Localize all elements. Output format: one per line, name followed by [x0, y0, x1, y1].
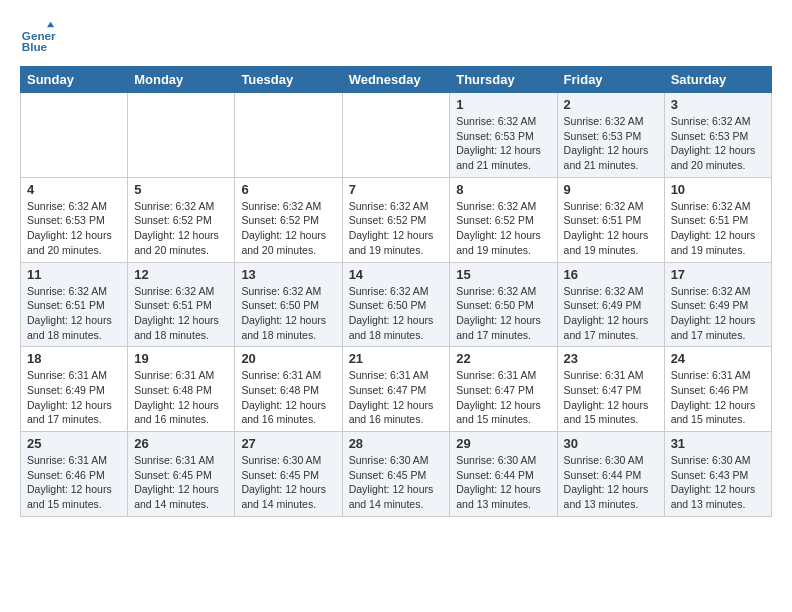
day-number: 1: [456, 97, 550, 112]
calendar-cell: 30Sunrise: 6:30 AM Sunset: 6:44 PM Dayli…: [557, 432, 664, 517]
calendar-cell: 17Sunrise: 6:32 AM Sunset: 6:49 PM Dayli…: [664, 262, 771, 347]
day-number: 9: [564, 182, 658, 197]
calendar-cell: 27Sunrise: 6:30 AM Sunset: 6:45 PM Dayli…: [235, 432, 342, 517]
calendar-week-2: 4Sunrise: 6:32 AM Sunset: 6:53 PM Daylig…: [21, 177, 772, 262]
day-detail: Sunrise: 6:31 AM Sunset: 6:47 PM Dayligh…: [456, 368, 550, 427]
day-number: 2: [564, 97, 658, 112]
logo: General Blue: [20, 20, 56, 56]
calendar-header-row: SundayMondayTuesdayWednesdayThursdayFrid…: [21, 67, 772, 93]
day-detail: Sunrise: 6:30 AM Sunset: 6:45 PM Dayligh…: [349, 453, 444, 512]
calendar-cell: 5Sunrise: 6:32 AM Sunset: 6:52 PM Daylig…: [128, 177, 235, 262]
calendar-cell: [342, 93, 450, 178]
calendar-cell: 26Sunrise: 6:31 AM Sunset: 6:45 PM Dayli…: [128, 432, 235, 517]
day-detail: Sunrise: 6:32 AM Sunset: 6:53 PM Dayligh…: [456, 114, 550, 173]
day-number: 20: [241, 351, 335, 366]
day-number: 6: [241, 182, 335, 197]
calendar-cell: 31Sunrise: 6:30 AM Sunset: 6:43 PM Dayli…: [664, 432, 771, 517]
calendar-cell: 10Sunrise: 6:32 AM Sunset: 6:51 PM Dayli…: [664, 177, 771, 262]
day-number: 15: [456, 267, 550, 282]
svg-text:Blue: Blue: [22, 40, 48, 53]
day-number: 25: [27, 436, 121, 451]
calendar-cell: 12Sunrise: 6:32 AM Sunset: 6:51 PM Dayli…: [128, 262, 235, 347]
day-detail: Sunrise: 6:32 AM Sunset: 6:53 PM Dayligh…: [671, 114, 765, 173]
day-number: 26: [134, 436, 228, 451]
day-detail: Sunrise: 6:32 AM Sunset: 6:51 PM Dayligh…: [27, 284, 121, 343]
calendar-week-4: 18Sunrise: 6:31 AM Sunset: 6:49 PM Dayli…: [21, 347, 772, 432]
calendar-cell: 18Sunrise: 6:31 AM Sunset: 6:49 PM Dayli…: [21, 347, 128, 432]
calendar-cell: 4Sunrise: 6:32 AM Sunset: 6:53 PM Daylig…: [21, 177, 128, 262]
day-number: 18: [27, 351, 121, 366]
calendar-cell: 1Sunrise: 6:32 AM Sunset: 6:53 PM Daylig…: [450, 93, 557, 178]
calendar-cell: 29Sunrise: 6:30 AM Sunset: 6:44 PM Dayli…: [450, 432, 557, 517]
day-detail: Sunrise: 6:32 AM Sunset: 6:51 PM Dayligh…: [134, 284, 228, 343]
day-of-week-monday: Monday: [128, 67, 235, 93]
day-detail: Sunrise: 6:32 AM Sunset: 6:49 PM Dayligh…: [671, 284, 765, 343]
day-number: 14: [349, 267, 444, 282]
day-detail: Sunrise: 6:31 AM Sunset: 6:49 PM Dayligh…: [27, 368, 121, 427]
calendar-cell: [128, 93, 235, 178]
day-detail: Sunrise: 6:31 AM Sunset: 6:45 PM Dayligh…: [134, 453, 228, 512]
day-of-week-friday: Friday: [557, 67, 664, 93]
day-detail: Sunrise: 6:32 AM Sunset: 6:52 PM Dayligh…: [456, 199, 550, 258]
calendar-cell: 11Sunrise: 6:32 AM Sunset: 6:51 PM Dayli…: [21, 262, 128, 347]
day-number: 8: [456, 182, 550, 197]
day-of-week-tuesday: Tuesday: [235, 67, 342, 93]
calendar-week-5: 25Sunrise: 6:31 AM Sunset: 6:46 PM Dayli…: [21, 432, 772, 517]
day-detail: Sunrise: 6:32 AM Sunset: 6:53 PM Dayligh…: [27, 199, 121, 258]
day-detail: Sunrise: 6:32 AM Sunset: 6:52 PM Dayligh…: [241, 199, 335, 258]
day-detail: Sunrise: 6:31 AM Sunset: 6:48 PM Dayligh…: [241, 368, 335, 427]
day-detail: Sunrise: 6:30 AM Sunset: 6:44 PM Dayligh…: [564, 453, 658, 512]
calendar-cell: 22Sunrise: 6:31 AM Sunset: 6:47 PM Dayli…: [450, 347, 557, 432]
calendar-week-1: 1Sunrise: 6:32 AM Sunset: 6:53 PM Daylig…: [21, 93, 772, 178]
calendar-cell: 9Sunrise: 6:32 AM Sunset: 6:51 PM Daylig…: [557, 177, 664, 262]
day-number: 11: [27, 267, 121, 282]
calendar-cell: 28Sunrise: 6:30 AM Sunset: 6:45 PM Dayli…: [342, 432, 450, 517]
calendar-cell: 3Sunrise: 6:32 AM Sunset: 6:53 PM Daylig…: [664, 93, 771, 178]
day-of-week-wednesday: Wednesday: [342, 67, 450, 93]
day-detail: Sunrise: 6:32 AM Sunset: 6:51 PM Dayligh…: [671, 199, 765, 258]
day-of-week-saturday: Saturday: [664, 67, 771, 93]
day-detail: Sunrise: 6:30 AM Sunset: 6:45 PM Dayligh…: [241, 453, 335, 512]
day-detail: Sunrise: 6:30 AM Sunset: 6:44 PM Dayligh…: [456, 453, 550, 512]
calendar-cell: 16Sunrise: 6:32 AM Sunset: 6:49 PM Dayli…: [557, 262, 664, 347]
day-number: 12: [134, 267, 228, 282]
calendar-cell: 20Sunrise: 6:31 AM Sunset: 6:48 PM Dayli…: [235, 347, 342, 432]
calendar-cell: 25Sunrise: 6:31 AM Sunset: 6:46 PM Dayli…: [21, 432, 128, 517]
calendar-cell: 13Sunrise: 6:32 AM Sunset: 6:50 PM Dayli…: [235, 262, 342, 347]
day-number: 28: [349, 436, 444, 451]
day-number: 23: [564, 351, 658, 366]
day-number: 5: [134, 182, 228, 197]
calendar-cell: 21Sunrise: 6:31 AM Sunset: 6:47 PM Dayli…: [342, 347, 450, 432]
day-number: 7: [349, 182, 444, 197]
day-number: 21: [349, 351, 444, 366]
day-detail: Sunrise: 6:32 AM Sunset: 6:51 PM Dayligh…: [564, 199, 658, 258]
calendar-table: SundayMondayTuesdayWednesdayThursdayFrid…: [20, 66, 772, 517]
day-number: 4: [27, 182, 121, 197]
day-number: 30: [564, 436, 658, 451]
calendar-cell: 15Sunrise: 6:32 AM Sunset: 6:50 PM Dayli…: [450, 262, 557, 347]
day-detail: Sunrise: 6:31 AM Sunset: 6:48 PM Dayligh…: [134, 368, 228, 427]
day-number: 31: [671, 436, 765, 451]
day-detail: Sunrise: 6:31 AM Sunset: 6:46 PM Dayligh…: [27, 453, 121, 512]
day-detail: Sunrise: 6:32 AM Sunset: 6:49 PM Dayligh…: [564, 284, 658, 343]
day-detail: Sunrise: 6:32 AM Sunset: 6:52 PM Dayligh…: [134, 199, 228, 258]
day-number: 24: [671, 351, 765, 366]
calendar-cell: 24Sunrise: 6:31 AM Sunset: 6:46 PM Dayli…: [664, 347, 771, 432]
day-detail: Sunrise: 6:32 AM Sunset: 6:50 PM Dayligh…: [241, 284, 335, 343]
calendar-cell: [235, 93, 342, 178]
day-detail: Sunrise: 6:31 AM Sunset: 6:47 PM Dayligh…: [564, 368, 658, 427]
day-number: 29: [456, 436, 550, 451]
day-detail: Sunrise: 6:32 AM Sunset: 6:50 PM Dayligh…: [456, 284, 550, 343]
day-number: 19: [134, 351, 228, 366]
day-of-week-sunday: Sunday: [21, 67, 128, 93]
day-detail: Sunrise: 6:32 AM Sunset: 6:52 PM Dayligh…: [349, 199, 444, 258]
day-number: 10: [671, 182, 765, 197]
page-header: General Blue: [20, 20, 772, 56]
calendar-cell: 23Sunrise: 6:31 AM Sunset: 6:47 PM Dayli…: [557, 347, 664, 432]
calendar-cell: 2Sunrise: 6:32 AM Sunset: 6:53 PM Daylig…: [557, 93, 664, 178]
day-number: 22: [456, 351, 550, 366]
day-detail: Sunrise: 6:32 AM Sunset: 6:50 PM Dayligh…: [349, 284, 444, 343]
calendar-cell: 19Sunrise: 6:31 AM Sunset: 6:48 PM Dayli…: [128, 347, 235, 432]
day-number: 3: [671, 97, 765, 112]
day-detail: Sunrise: 6:32 AM Sunset: 6:53 PM Dayligh…: [564, 114, 658, 173]
